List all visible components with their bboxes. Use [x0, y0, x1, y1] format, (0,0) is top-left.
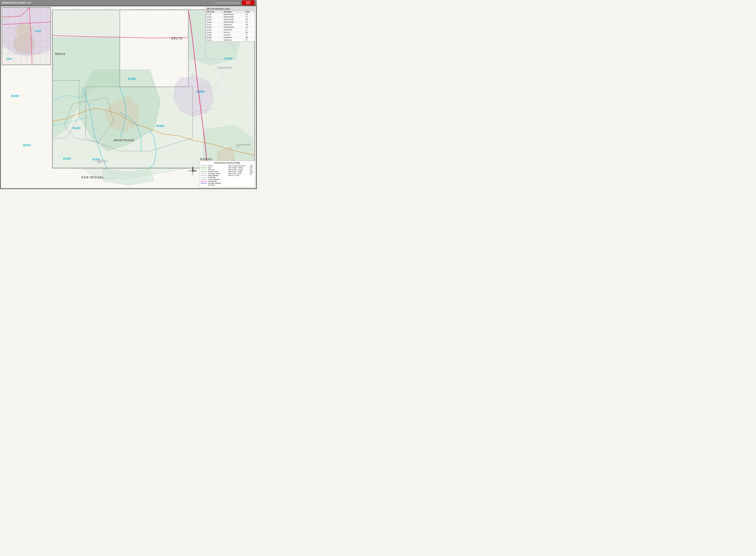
legend-interstate-label: Interstate Highways [208, 182, 226, 184]
svg-text:N: N [192, 167, 193, 168]
toll-line-icon [200, 185, 207, 185]
legend-city-label: City [208, 167, 226, 169]
legend-columns: County City ZIP Code Primary Streets Sec… [200, 165, 254, 186]
svg-text:E: E [196, 170, 197, 172]
region-mesa: MESA [55, 52, 65, 56]
zip-label-81422: 81422 [63, 157, 71, 160]
legend-us-hwy-label: US Highways [208, 180, 226, 182]
col-zipname: ZIP Name [223, 11, 245, 13]
legend-county-hwy-label: County Highways [208, 179, 226, 180]
region-gunnison: GUNNISON [236, 143, 251, 146]
legend-50k-example: ·City [250, 167, 254, 169]
map-legend: 2021 Montrose County, CO Map County City… [199, 161, 255, 187]
legend-25k: Cities 25,000 - 49,999 City [228, 169, 254, 170]
inset-map: 81401 81403 [2, 7, 51, 65]
legend-col-left: County City ZIP Code Primary Streets Sec… [200, 165, 226, 186]
legend-state-hwy-label: State Highways [208, 175, 226, 176]
zip-label-81425: 81425 [128, 77, 136, 80]
legend-10-label: Cities 10 - 4,999 [228, 175, 250, 176]
table-row: 81401MONTROSEL4 [206, 16, 255, 19]
legend-5k: Cities 5,000 - 24,999 +City [228, 171, 254, 172]
legend-exit: Exit Ramps [200, 177, 226, 178]
legend-interstate: Interstate Highways [200, 182, 226, 184]
zip-label-81401: 81401 [197, 90, 204, 93]
header-bar: MONTROSE COUNTY, CO 2021 ZIP Code Premiu… [0, 0, 257, 6]
table-row: 81401MONTROSEB2 [206, 13, 255, 16]
svg-rect-32 [193, 73, 194, 74]
legend-100k-label: Cities 100,000 and Above [228, 165, 250, 167]
table-row: 81425OLATHEJ4 [206, 34, 255, 36]
legend-100k: Cities 100,000 and Above +City [228, 165, 254, 167]
logo-text: MarketMAPS [246, 1, 251, 4]
legend-toll: Toll Roads [200, 184, 226, 186]
svg-point-37 [239, 147, 240, 148]
legend-us-hwy: US Highways [200, 180, 226, 182]
table-row: 81403MONTROSEJ5 [206, 21, 255, 24]
svg-text:S: S [192, 174, 193, 176]
zip-label-81431: 81431 [93, 158, 100, 161]
table-row: 81415CRAWFORDC2 [206, 26, 255, 29]
svg-rect-35 [105, 161, 107, 162]
table-row: 81403MONTROSEB2 [206, 19, 255, 21]
region-ouray: OURAY [200, 158, 213, 161]
interstate-line-icon [200, 183, 207, 183]
col-loc: LOC [245, 11, 255, 13]
page-title: MONTROSE COUNTY, CO [2, 1, 31, 4]
county-hwy-line-icon [200, 179, 207, 180]
brand-logo: MarketMAPS [242, 0, 255, 5]
legend-10-example: --- [250, 175, 254, 176]
legend-zip-label: ZIP Code [208, 169, 226, 170]
legend-primary: Primary Streets [200, 171, 226, 172]
region-montrose: MONTROSE [114, 139, 135, 142]
legend-zipcode: ZIP Code [200, 169, 226, 170]
city-line-icon [200, 168, 207, 168]
compass-rose: N S W E [187, 166, 198, 176]
legend-col-right: Cities 100,000 and Above +City Cities 50… [228, 165, 254, 186]
table-row: 81424NUCLAE6 [206, 31, 255, 34]
legend-toll-label: Toll Roads [208, 184, 226, 186]
svg-rect-34 [102, 160, 105, 162]
legend-title: 2021 Montrose County, CO Map [200, 162, 254, 165]
legend-state-hwy: State Highways [200, 175, 226, 176]
legend-50k-label: Cities 50,000 - 99,999 [228, 167, 250, 169]
col-zipcode: ZIP Code [206, 11, 223, 13]
legend-county: County [200, 165, 226, 167]
legend-50k: Cities 50,000 - 99,999 ·City [228, 167, 254, 169]
zip-index-panel: ZIP Code Index/Grid Locator ZIP Code ZIP… [206, 7, 255, 42]
zip-index-rows: 81401MONTROSEB281401MONTROSEL481403MONTR… [206, 13, 255, 41]
svg-rect-33 [97, 161, 102, 163]
legend-secondary-label: Secondary Streets [208, 173, 226, 174]
exit-line-icon [200, 177, 207, 178]
legend-5k-example: +City [250, 171, 254, 172]
legend-1k: Cities 1,000 - 4,999 City [228, 173, 254, 174]
table-row: 81431REDVALEF7 [206, 39, 255, 41]
zip-label-81403: 81403 [156, 124, 164, 128]
table-row: 81411BEDROCKB6 [206, 24, 255, 26]
table-row: 81422NATURITAE7 [206, 29, 255, 31]
region-delta: DELTA [171, 37, 183, 40]
secondary-line-icon [200, 173, 207, 174]
legend-1k-example: City [250, 173, 254, 174]
zip-index-table: ZIP Code ZIP Name LOC 81401MONTROSEB2814… [206, 10, 255, 41]
legend-exit-label: Exit Ramps [208, 177, 226, 178]
legend-1k-label: Cities 1,000 - 4,999 [228, 173, 250, 174]
region-crawford: CRAWFORD [217, 67, 233, 69]
legend-city: City [200, 167, 226, 169]
legend-primary-label: Primary Streets [208, 171, 226, 172]
zip-label-81424: 81424 [73, 127, 80, 130]
zip-line-icon [200, 170, 207, 170]
inset-zip-81403: 81403 [6, 58, 12, 60]
map-container: 81401 81403 81401 81403 81411 81415 8142… [0, 6, 257, 189]
svg-point-79 [192, 170, 193, 172]
legend-county-hwy: County Highways [200, 179, 226, 180]
edition-label: 2021 ZIP Code Premium Edition [215, 2, 240, 4]
legend-secondary: Secondary Streets [200, 173, 226, 174]
zip-label-81415: 81415 [225, 57, 232, 60]
inset-zip-81401: 81401 [35, 30, 41, 32]
legend-county-label: County [208, 165, 226, 167]
legend-10: Cities 10 - 4,999 --- [228, 175, 254, 176]
zip-label-81429: 81429 [11, 94, 19, 98]
table-row: 81429PARADOXB5 [206, 36, 255, 39]
zip-label-81411: 81411 [23, 143, 31, 147]
svg-rect-31 [192, 74, 193, 75]
